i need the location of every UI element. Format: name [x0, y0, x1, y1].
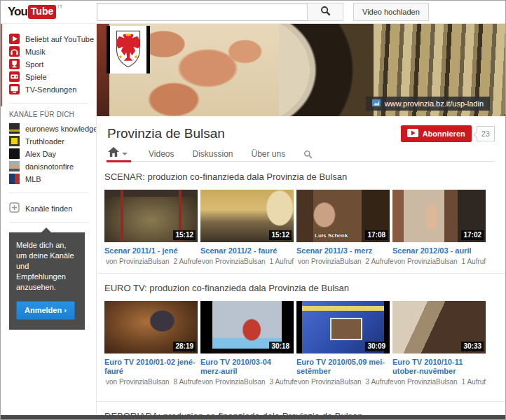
video-thumbnail[interactable]: 15:12 — [104, 190, 198, 242]
channel-avatar — [9, 136, 20, 146]
shelf-title: EURO TV: produzion co-finanzieda dala Pr… — [104, 283, 505, 293]
signin-promo-text: Melde dich an, um deine Kanäle und Empfe… — [16, 240, 78, 293]
tab-ueber-uns[interactable]: Über uns — [252, 149, 286, 159]
channel-title: Provinzia de Bulsan — [107, 126, 401, 141]
channel-avatar — [9, 123, 20, 134]
crest-shield — [110, 26, 146, 74]
logo-you-text: You — [8, 5, 27, 19]
video-thumbnail[interactable]: 15:12 — [200, 190, 294, 242]
video-thumbnail[interactable]: 28:19 — [104, 301, 198, 354]
crest-black-bar — [146, 26, 150, 74]
guide-sidebar: Beliebt auf YouTube Musik Sport Spiele T… — [1, 24, 97, 416]
tv-icon — [9, 84, 20, 94]
sidebar-item-sport[interactable]: Sport — [9, 58, 96, 70]
video-title-link[interactable]: Scenar 2011/1 - jené — [104, 246, 198, 255]
signin-promo-box: Melde dich an, um deine Kanäle und Empfe… — [9, 232, 85, 330]
banner-art-arch — [279, 24, 374, 116]
youtube-page: You Tube IT Video hochladen Beliebt auf … — [0, 0, 506, 420]
video-thumbnail[interactable]: 30:09 — [296, 301, 390, 354]
sidebar-channel-truthloader[interactable]: Truthloader — [9, 135, 96, 147]
video-meta: von ProvinziaBulsan2 Aufrufe — [296, 258, 390, 265]
video-card: 28:19 Euro TV 2010/01-02 jené-fauré von … — [104, 301, 198, 386]
video-thumbnail[interactable]: 30:18 — [200, 301, 294, 354]
chevron-down-icon — [122, 153, 128, 155]
gamepad-icon — [9, 71, 20, 82]
video-title-link[interactable]: Scenar 2011/3 - merz — [296, 246, 390, 255]
subscriber-count[interactable]: 23 — [477, 126, 495, 141]
shelf-title: SCENAR: produzion co-finanzieda dala Pro… — [104, 172, 505, 182]
find-channels-group: Kanäle finden — [1, 193, 96, 218]
sidebar-channel-danisnotonfire[interactable]: danisnotonfire — [9, 160, 96, 172]
channel-label: MLB — [25, 175, 41, 183]
sidebar-channel-euronews[interactable]: euronews knowledge — [9, 122, 96, 134]
sidebar-item-label: Musik — [25, 48, 46, 56]
video-title-link[interactable]: Euro TV 2010/05,09 mei-setëmber — [296, 358, 390, 376]
guide-channels: euronews knowledge Truthloader Alex Day … — [1, 122, 96, 188]
video-title-link[interactable]: Euro TV 2010/01-02 jené-fauré — [104, 358, 198, 376]
sidebar-divider — [9, 222, 88, 223]
home-icon — [108, 147, 119, 160]
shelf-row: 15:12 Scenar 2011/1 - jené von Provinzia… — [104, 190, 505, 265]
duration-badge: 30:33 — [461, 342, 484, 351]
sidebar-item-label: Kanäle finden — [25, 204, 72, 213]
video-title-link[interactable]: Euro TV 2010/10-11 utober-nuvëmber — [392, 358, 486, 376]
subscribe-button[interactable]: Abonnieren — [401, 125, 472, 142]
search-button[interactable] — [307, 3, 343, 21]
sidebar-item-label: Spiele — [25, 73, 47, 81]
sidebar-item-spiele[interactable]: Spiele — [9, 71, 96, 83]
channel-avatar — [9, 161, 20, 172]
logo-tube-text: Tube — [28, 5, 56, 19]
thumbnail-inset-video — [330, 318, 362, 340]
video-meta: von ProvinziaBulsan1 Aufruf — [392, 378, 486, 386]
sidebar-item-label: TV-Sendungen — [25, 85, 76, 94]
subscribe-label: Abonnieren — [423, 130, 465, 138]
channel-label: Truthloader — [25, 137, 64, 146]
video-card: 30:09 Euro TV 2010/05,09 mei-setëmber vo… — [296, 301, 390, 386]
search-input[interactable] — [97, 3, 307, 21]
upload-video-button[interactable]: Video hochladen — [353, 3, 429, 21]
video-thumbnail[interactable]: 30:33 — [392, 301, 486, 354]
sidebar-item-label: Sport — [25, 60, 43, 69]
trophy-icon — [9, 59, 20, 69]
bottom-window-edge — [1, 415, 505, 419]
anmelden-button[interactable]: Anmelden › — [16, 301, 75, 320]
tab-home[interactable] — [107, 147, 130, 162]
search-icon — [320, 6, 331, 18]
channel-avatar — [9, 174, 20, 184]
youtube-logo[interactable]: You Tube IT — [1, 5, 97, 19]
duration-badge: 15:12 — [173, 230, 196, 240]
sidebar-item-musik[interactable]: Musik — [9, 46, 96, 57]
video-title-link[interactable]: Euro TV 2010/03-04 merz-auril — [200, 358, 294, 376]
video-title-link[interactable]: Scenar 2012/03 - auril — [392, 246, 486, 255]
tab-videos[interactable]: Videos — [149, 149, 174, 159]
channel-search-icon[interactable] — [303, 150, 313, 159]
channel-main: www.provinzia.bz.it/usp-ladin Provinzia … — [97, 24, 505, 416]
tab-diskussion[interactable]: Diskussion — [192, 149, 233, 159]
sidebar-item-beliebt[interactable]: Beliebt auf YouTube — [9, 33, 96, 45]
top-bar: You Tube IT Video hochladen — [1, 1, 505, 24]
video-card: 17:02 Scenar 2012/03 - auril von Provinz… — [392, 190, 486, 265]
duration-badge: 30:18 — [269, 342, 292, 351]
banner-link-text: www.provinzia.bz.it/usp-ladin — [385, 99, 484, 108]
channel-label: euronews knowledge — [25, 125, 96, 133]
guide-nav: Beliebt auf YouTube Musik Sport Spiele T… — [1, 24, 96, 99]
video-thumbnail[interactable]: Luis Schenk 17:08 — [296, 190, 390, 242]
sidebar-channel-alexday[interactable]: Alex Day — [9, 148, 96, 160]
sidebar-channel-mlb[interactable]: MLB — [9, 173, 96, 185]
duration-badge: 15:12 — [269, 230, 292, 240]
video-thumbnail[interactable]: 17:02 — [392, 190, 486, 242]
duration-badge: 17:08 — [365, 230, 388, 240]
banner-website-link[interactable]: www.provinzia.bz.it/usp-ladin — [366, 97, 490, 111]
duration-badge: 28:19 — [173, 342, 196, 351]
video-meta: von ProvinziaBulsan3 Aufrufe — [200, 378, 294, 386]
video-title-link[interactable]: Scenar 2011/2 - fauré — [200, 246, 294, 255]
channel-header: Provinzia de Bulsan Abonnieren 23 Videos… — [97, 116, 505, 162]
video-card: 15:12 Scenar 2011/1 - jené von Provinzia… — [104, 190, 198, 265]
channels-for-you-header: KANÄLE FÜR DICH — [1, 104, 96, 122]
channel-avatar — [9, 148, 20, 159]
south-tyrol-coat-of-arms — [107, 26, 150, 74]
video-meta: von ProvinziaBulsan2 Aufrufe — [104, 258, 198, 265]
add-circle-icon — [9, 202, 20, 214]
sidebar-item-tv-sendungen[interactable]: TV-Sendungen — [9, 83, 96, 95]
sidebar-item-find-channels[interactable]: Kanäle finden — [9, 202, 96, 214]
